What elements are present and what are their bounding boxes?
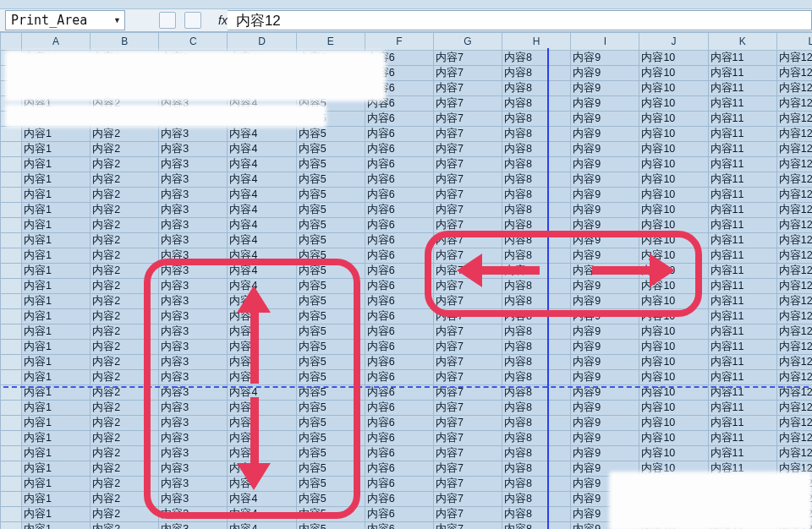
cell[interactable]: 内容8 (502, 96, 571, 112)
cell[interactable]: 内容12 (776, 309, 812, 324)
cell[interactable]: 内容4 (228, 172, 296, 188)
cell[interactable]: 内容8 (502, 279, 571, 294)
cell[interactable]: 内容9 (571, 96, 639, 112)
cell[interactable]: 内容3 (159, 264, 228, 279)
row-header[interactable] (1, 188, 22, 203)
cell[interactable]: 内容7 (433, 507, 502, 522)
cell[interactable]: 内容10 (639, 51, 708, 66)
cell[interactable]: 内容2 (91, 492, 159, 507)
cell[interactable]: 内容9 (571, 294, 639, 309)
cell[interactable]: 内容5 (296, 142, 365, 157)
cell[interactable]: 内容5 (296, 157, 365, 172)
column-header-D[interactable]: D (228, 33, 296, 51)
name-box[interactable]: Print_Area ▼ (5, 10, 125, 30)
cell[interactable]: 内容5 (296, 294, 365, 309)
cell[interactable]: 内容1 (22, 203, 91, 218)
cell[interactable]: 内容10 (639, 309, 708, 324)
cell[interactable]: 内容8 (502, 203, 571, 218)
cell[interactable]: 内容4 (228, 127, 296, 142)
cell[interactable]: 内容3 (159, 142, 228, 157)
cell[interactable]: 内容3 (159, 477, 228, 492)
cell[interactable]: 内容7 (433, 172, 502, 188)
column-header-A[interactable]: A (22, 33, 91, 51)
column-header-J[interactable]: J (639, 33, 708, 51)
cell[interactable]: 内容3 (159, 522, 228, 530)
cell[interactable]: 内容12 (776, 218, 812, 233)
cell[interactable]: 内容4 (228, 324, 296, 340)
cell[interactable]: 内容1 (22, 477, 91, 492)
cell[interactable]: 内容11 (708, 203, 776, 218)
cell[interactable]: 内容8 (502, 248, 571, 264)
cell[interactable]: 内容1 (22, 340, 91, 355)
cell[interactable]: 内容10 (639, 157, 708, 172)
cell[interactable]: 内容12 (776, 172, 812, 188)
cell[interactable]: 内容5 (296, 370, 365, 385)
cell[interactable]: 内容8 (502, 309, 571, 324)
cell[interactable]: 内容9 (571, 309, 639, 324)
cell[interactable]: 内容10 (639, 66, 708, 81)
cell[interactable]: 内容4 (228, 340, 296, 355)
cell[interactable]: 内容9 (571, 218, 639, 233)
cell[interactable]: 内容6 (365, 507, 433, 522)
cell[interactable]: 内容3 (159, 279, 228, 294)
cell[interactable]: 内容2 (91, 461, 159, 477)
cell[interactable]: 内容4 (228, 446, 296, 461)
cell[interactable]: 内容5 (296, 446, 365, 461)
cell[interactable]: 内容6 (365, 370, 433, 385)
cell[interactable]: 内容2 (91, 477, 159, 492)
row-header[interactable] (1, 370, 22, 385)
cell[interactable]: 内容10 (639, 248, 708, 264)
cell[interactable]: 内容8 (502, 522, 571, 530)
cell[interactable]: 内容11 (708, 142, 776, 157)
cell[interactable]: 内容3 (159, 355, 228, 370)
cell[interactable]: 内容7 (433, 279, 502, 294)
cell[interactable]: 内容12 (776, 66, 812, 81)
row-header[interactable] (1, 157, 22, 172)
cell[interactable]: 内容10 (639, 172, 708, 188)
cell[interactable]: 内容3 (159, 294, 228, 309)
row-header[interactable] (1, 309, 22, 324)
cell[interactable]: 内容9 (571, 203, 639, 218)
column-header-K[interactable]: K (708, 33, 776, 51)
cell[interactable]: 内容11 (708, 401, 776, 416)
cell[interactable]: 内容3 (159, 233, 228, 248)
cell[interactable]: 内容2 (91, 522, 159, 530)
cell[interactable]: 内容1 (22, 461, 91, 477)
row-header[interactable] (1, 127, 22, 142)
cell[interactable]: 内容4 (228, 477, 296, 492)
cell[interactable]: 内容6 (365, 340, 433, 355)
cell[interactable]: 内容2 (91, 431, 159, 446)
cell[interactable]: 内容5 (296, 264, 365, 279)
cell[interactable]: 内容3 (159, 446, 228, 461)
cell[interactable]: 内容8 (502, 188, 571, 203)
cell[interactable]: 内容12 (776, 355, 812, 370)
cell[interactable]: 内容5 (296, 340, 365, 355)
cell[interactable]: 内容6 (365, 401, 433, 416)
cell[interactable]: 内容7 (433, 157, 502, 172)
cell[interactable]: 内容4 (228, 233, 296, 248)
column-header-B[interactable]: B (91, 33, 159, 51)
cell[interactable]: 内容1 (22, 248, 91, 264)
cell[interactable]: 内容11 (708, 248, 776, 264)
cell[interactable]: 内容10 (639, 203, 708, 218)
cell[interactable]: 内容1 (22, 157, 91, 172)
cell[interactable]: 内容9 (571, 172, 639, 188)
cell[interactable]: 内容8 (502, 355, 571, 370)
cell[interactable]: 内容11 (708, 340, 776, 355)
cell[interactable]: 内容7 (433, 112, 502, 127)
row-header[interactable] (1, 431, 22, 446)
cell[interactable]: 内容11 (708, 96, 776, 112)
cell[interactable]: 内容3 (159, 370, 228, 385)
column-header-H[interactable]: H (502, 33, 571, 51)
cell[interactable]: 内容4 (228, 248, 296, 264)
cell[interactable]: 内容8 (502, 370, 571, 385)
cell[interactable]: 内容12 (776, 370, 812, 385)
cell[interactable]: 内容7 (433, 522, 502, 530)
cell[interactable]: 内容2 (91, 233, 159, 248)
cell[interactable]: 内容5 (296, 248, 365, 264)
cell[interactable]: 内容10 (639, 401, 708, 416)
row-header[interactable] (1, 324, 22, 340)
cell[interactable]: 内容6 (365, 248, 433, 264)
cell[interactable]: 内容12 (776, 324, 812, 340)
cell[interactable]: 内容1 (22, 264, 91, 279)
